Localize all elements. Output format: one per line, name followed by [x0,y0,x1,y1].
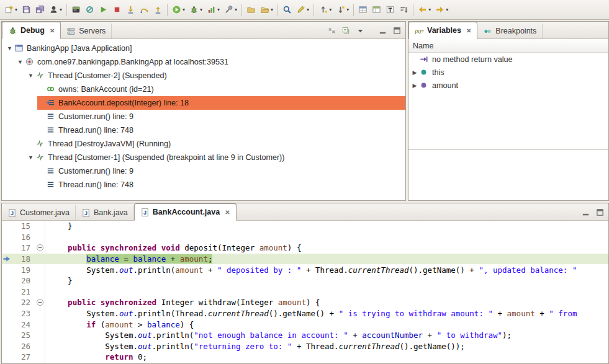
dropdown-arrow-icon[interactable]: ▾ [329,7,332,12]
new-folder-button[interactable] [245,2,258,17]
details-pane-divider[interactable] [408,149,608,150]
debug-tree-row[interactable]: Thread [DestroyJavaVM] (Running) [2,137,405,151]
open-resource-button[interactable]: ▾ [258,2,275,17]
text-tool-button[interactable] [384,2,397,17]
close-icon[interactable]: ✕ [50,27,55,34]
search-button[interactable] [281,2,294,17]
code-line[interactable]: 17 public synchronized void deposit(Inte… [2,242,608,254]
close-icon[interactable]: ✕ [466,27,471,34]
debug-tree-row[interactable]: Thread.run() line: 748 [2,178,405,192]
maximize-button[interactable] [391,25,402,36]
sort-button[interactable] [397,2,410,17]
marker-bar[interactable] [2,352,12,363]
tree-expander-icon[interactable]: ▼ [27,73,35,79]
debug-tree-row[interactable]: BankAccount.deposit(Integer) line: 18 [2,96,405,110]
annotate-button[interactable]: ▾ [294,2,311,17]
user-profile-button[interactable]: ▾ [47,2,64,17]
marker-bar[interactable] [2,264,12,275]
dropdown-arrow-icon[interactable]: ▾ [235,7,237,12]
tree-expander-icon[interactable]: ▼ [6,45,14,51]
dropdown-arrow-icon[interactable]: ▾ [200,7,202,12]
tab-servers[interactable]: Servers [61,24,112,38]
marker-bar[interactable] [2,221,12,232]
back-button[interactable]: ▾ [416,2,433,17]
variables-name-column-header[interactable]: Name [408,39,608,53]
debug-tree-row[interactable]: Customer.run() line: 9 [2,164,405,178]
dropdown-arrow-icon[interactable]: ▾ [217,7,220,12]
code-line[interactable]: 27 return 0; [2,352,608,363]
marker-bar[interactable] [2,232,12,243]
marker-bar[interactable] [2,308,12,319]
code-line[interactable]: 25 System.out.println("not enough balanc… [2,330,608,341]
debug-tree-row[interactable]: ▼ Thread [Customer-2] (Suspended) [2,69,405,82]
forward-button[interactable]: ▾ [433,2,450,17]
code-line[interactable]: 20 } [2,275,608,286]
dropdown-arrow-icon[interactable]: ▾ [446,7,448,12]
tab-customer-java[interactable]: JCustomer.java [2,205,76,220]
view-menu-button[interactable] [354,25,366,36]
marker-bar[interactable] [2,319,12,330]
terminate-button[interactable] [111,2,124,17]
minimize-button[interactable] [580,206,591,218]
fold-collapse-icon[interactable] [35,297,45,308]
step-return-button[interactable] [151,2,165,17]
run-button[interactable]: ▾ [170,2,187,17]
new-table-button[interactable] [356,2,369,17]
marker-bar[interactable] [2,242,12,254]
new-view-button[interactable] [370,2,383,17]
external-tools-button[interactable]: ▾ [222,2,239,17]
variable-row[interactable]: ▶ amount [408,79,608,92]
code-line[interactable]: 18 balance = balance + amount; [2,254,608,265]
tab-bank-java[interactable]: JBank.java [76,205,134,220]
fold-collapse-icon[interactable] [35,242,45,254]
tab-debug[interactable]: Debug✕ [2,22,61,39]
debug-tree-row[interactable]: ▼ Thread [Customer-1] (Suspended (breakp… [2,151,405,164]
code-line[interactable]: 21 [2,286,608,298]
tab-variables[interactable]: (x)=Variables✕ [408,22,477,39]
previous-annotation-button[interactable]: ▾ [317,2,333,17]
tree-expander-icon[interactable]: ▶ [411,82,418,89]
debug-tree-row[interactable]: Thread.run() line: 748 [2,123,405,137]
code-line[interactable]: 16 [2,232,608,243]
next-annotation-button[interactable]: ▾ [334,2,351,17]
marker-bar[interactable] [2,330,12,341]
dropdown-arrow-icon[interactable]: ▾ [60,7,62,12]
dropdown-arrow-icon[interactable]: ▾ [428,7,431,12]
step-into-button[interactable] [124,2,137,17]
marker-bar[interactable] [2,297,12,308]
tree-expander-icon[interactable]: ▼ [16,59,24,65]
dropdown-arrow-icon[interactable]: ▾ [271,7,273,12]
coverage-button[interactable]: ▾ [205,2,222,17]
marker-bar[interactable] [2,275,12,286]
tab-bankaccount-java[interactable]: JBankAccount.java✕ [134,203,237,221]
code-line[interactable]: 24 if (amount > balance) { [2,319,608,330]
resume-button[interactable] [97,2,110,17]
dropdown-arrow-icon[interactable]: ▾ [346,7,349,12]
tab-breakpoints[interactable]: Breakpoints [477,24,543,38]
code-line[interactable]: 26 System.out.println("returning zero to… [2,341,608,352]
debug-tree-row[interactable]: ▼ BankingApp [Java Application] [2,42,405,55]
variable-row[interactable]: ▶ this [408,66,608,79]
clear-terminated-button[interactable] [326,25,337,36]
code-line[interactable]: 23 System.out.println(Thread.currentThre… [2,308,608,319]
debug-button[interactable]: ▾ [187,2,204,17]
debug-tree-row[interactable]: ▼ com.one97.bankingapp.BankingApp at loc… [2,55,405,69]
save-button[interactable] [20,2,33,17]
skip-all-breakpoints-button[interactable] [83,2,96,17]
open-console-button[interactable] [70,2,83,17]
debug-tree-row[interactable]: owns: BankAccount (id=21) [2,82,405,96]
code-line[interactable]: 15 } [2,221,608,232]
code-line[interactable]: 22 public synchronized Integer withdraw(… [2,297,608,308]
tree-expander-icon[interactable]: ▼ [27,154,35,161]
debug-tree-row[interactable]: Customer.run() line: 9 [2,110,405,123]
dropdown-arrow-icon[interactable]: ▾ [15,7,17,12]
close-icon[interactable]: ✕ [225,209,230,216]
step-over-button[interactable] [138,2,151,17]
save-all-button[interactable] [34,2,47,17]
code-line[interactable]: 19 System.out.println(amount + " deposit… [2,264,608,275]
dropdown-arrow-icon[interactable]: ▾ [307,7,309,12]
maximize-button[interactable] [594,206,605,218]
new-button[interactable]: ▾ [2,2,19,17]
dropdown-arrow-icon[interactable]: ▾ [183,7,185,12]
minimize-button[interactable] [377,25,388,36]
